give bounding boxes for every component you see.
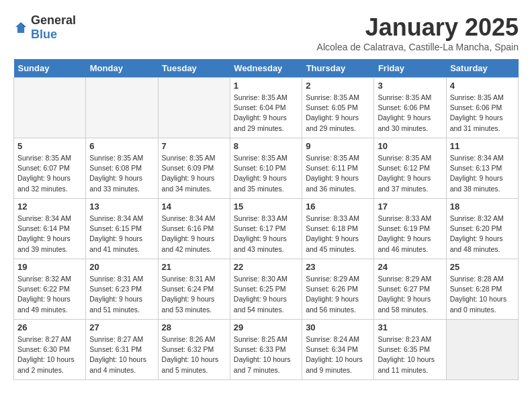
day-info: Sunrise: 8:35 AM Sunset: 6:07 PM Dayligh… — [17, 153, 82, 194]
calendar-cell: 14Sunrise: 8:34 AM Sunset: 6:16 PM Dayli… — [158, 199, 230, 259]
column-header-tuesday: Tuesday — [158, 59, 230, 78]
day-info: Sunrise: 8:35 AM Sunset: 6:06 PM Dayligh… — [378, 93, 442, 134]
column-header-friday: Friday — [374, 59, 446, 78]
day-info: Sunrise: 8:35 AM Sunset: 6:08 PM Dayligh… — [89, 153, 154, 194]
day-info: Sunrise: 8:35 AM Sunset: 6:06 PM Dayligh… — [450, 93, 515, 134]
day-number: 24 — [378, 262, 442, 272]
header: General Blue January 2025 Alcolea de Cal… — [13, 13, 519, 52]
day-info: Sunrise: 8:33 AM Sunset: 6:19 PM Dayligh… — [378, 214, 442, 255]
day-info: Sunrise: 8:29 AM Sunset: 6:27 PM Dayligh… — [378, 274, 442, 315]
day-number: 14 — [162, 201, 226, 212]
day-number: 15 — [234, 201, 298, 212]
day-number: 26 — [17, 322, 82, 332]
day-number: 20 — [89, 262, 154, 272]
day-info: Sunrise: 8:26 AM Sunset: 6:32 PM Dayligh… — [162, 334, 226, 375]
svg-marker-0 — [15, 22, 26, 33]
title-area: January 2025 Alcolea de Calatrava, Casti… — [317, 13, 519, 52]
calendar-cell: 28Sunrise: 8:26 AM Sunset: 6:32 PM Dayli… — [158, 320, 230, 380]
day-info: Sunrise: 8:30 AM Sunset: 6:25 PM Dayligh… — [234, 274, 298, 315]
calendar-cell: 7Sunrise: 8:35 AM Sunset: 6:09 PM Daylig… — [158, 138, 230, 199]
day-number: 2 — [306, 81, 370, 91]
day-info: Sunrise: 8:31 AM Sunset: 6:23 PM Dayligh… — [89, 274, 154, 315]
page-title: January 2025 — [317, 13, 519, 42]
calendar-cell: 16Sunrise: 8:33 AM Sunset: 6:18 PM Dayli… — [302, 199, 374, 259]
logo-general: General — [31, 13, 76, 27]
day-info: Sunrise: 8:28 AM Sunset: 6:28 PM Dayligh… — [450, 274, 515, 315]
calendar-cell: 11Sunrise: 8:34 AM Sunset: 6:13 PM Dayli… — [446, 138, 518, 199]
day-number: 31 — [378, 322, 442, 332]
day-info: Sunrise: 8:34 AM Sunset: 6:16 PM Dayligh… — [162, 214, 226, 255]
day-number: 21 — [162, 262, 226, 272]
calendar-cell: 13Sunrise: 8:34 AM Sunset: 6:15 PM Dayli… — [86, 199, 158, 259]
day-info: Sunrise: 8:35 AM Sunset: 6:10 PM Dayligh… — [234, 153, 298, 194]
day-number: 3 — [378, 81, 442, 91]
column-header-monday: Monday — [86, 59, 158, 78]
calendar-cell: 18Sunrise: 8:32 AM Sunset: 6:20 PM Dayli… — [446, 199, 518, 259]
day-number: 19 — [17, 262, 82, 272]
day-number: 28 — [162, 322, 226, 332]
calendar-cell: 30Sunrise: 8:24 AM Sunset: 6:34 PM Dayli… — [302, 320, 374, 380]
calendar-cell: 4Sunrise: 8:35 AM Sunset: 6:06 PM Daylig… — [446, 78, 518, 138]
week-row-1: 1Sunrise: 8:35 AM Sunset: 6:04 PM Daylig… — [14, 78, 519, 138]
day-number: 11 — [450, 141, 515, 151]
header-row: SundayMondayTuesdayWednesdayThursdayFrid… — [14, 59, 519, 78]
day-info: Sunrise: 8:29 AM Sunset: 6:26 PM Dayligh… — [306, 274, 370, 315]
day-info: Sunrise: 8:34 AM Sunset: 6:14 PM Dayligh… — [17, 214, 82, 255]
calendar-cell: 6Sunrise: 8:35 AM Sunset: 6:08 PM Daylig… — [86, 138, 158, 199]
day-number: 13 — [89, 201, 154, 212]
calendar-cell: 21Sunrise: 8:31 AM Sunset: 6:24 PM Dayli… — [158, 259, 230, 320]
week-row-5: 26Sunrise: 8:27 AM Sunset: 6:30 PM Dayli… — [14, 320, 519, 380]
calendar-cell: 1Sunrise: 8:35 AM Sunset: 6:04 PM Daylig… — [230, 78, 302, 138]
day-number: 6 — [89, 141, 154, 151]
calendar-cell: 8Sunrise: 8:35 AM Sunset: 6:10 PM Daylig… — [230, 138, 302, 199]
calendar-cell: 22Sunrise: 8:30 AM Sunset: 6:25 PM Dayli… — [230, 259, 302, 320]
calendar-cell: 3Sunrise: 8:35 AM Sunset: 6:06 PM Daylig… — [374, 78, 446, 138]
day-info: Sunrise: 8:34 AM Sunset: 6:15 PM Dayligh… — [89, 214, 154, 255]
calendar-cell: 25Sunrise: 8:28 AM Sunset: 6:28 PM Dayli… — [446, 259, 518, 320]
calendar-cell: 5Sunrise: 8:35 AM Sunset: 6:07 PM Daylig… — [14, 138, 86, 199]
page-subtitle: Alcolea de Calatrava, Castille-La Mancha… — [317, 42, 519, 52]
calendar-cell: 15Sunrise: 8:33 AM Sunset: 6:17 PM Dayli… — [230, 199, 302, 259]
logo-icon — [13, 20, 28, 35]
day-info: Sunrise: 8:27 AM Sunset: 6:31 PM Dayligh… — [89, 334, 154, 375]
day-info: Sunrise: 8:24 AM Sunset: 6:34 PM Dayligh… — [306, 334, 370, 375]
week-row-4: 19Sunrise: 8:32 AM Sunset: 6:22 PM Dayli… — [14, 259, 519, 320]
calendar-table: SundayMondayTuesdayWednesdayThursdayFrid… — [13, 59, 519, 380]
column-header-wednesday: Wednesday — [230, 59, 302, 78]
day-info: Sunrise: 8:27 AM Sunset: 6:30 PM Dayligh… — [17, 334, 82, 375]
day-info: Sunrise: 8:32 AM Sunset: 6:22 PM Dayligh… — [17, 274, 82, 315]
calendar-cell: 2Sunrise: 8:35 AM Sunset: 6:05 PM Daylig… — [302, 78, 374, 138]
calendar-cell — [158, 78, 230, 138]
calendar-cell: 26Sunrise: 8:27 AM Sunset: 6:30 PM Dayli… — [14, 320, 86, 380]
calendar-cell — [86, 78, 158, 138]
calendar-cell: 20Sunrise: 8:31 AM Sunset: 6:23 PM Dayli… — [86, 259, 158, 320]
day-number: 16 — [306, 201, 370, 212]
calendar-cell: 27Sunrise: 8:27 AM Sunset: 6:31 PM Dayli… — [86, 320, 158, 380]
day-number: 29 — [234, 322, 298, 332]
day-info: Sunrise: 8:35 AM Sunset: 6:11 PM Dayligh… — [306, 153, 370, 194]
calendar-cell — [14, 78, 86, 138]
calendar-cell: 10Sunrise: 8:35 AM Sunset: 6:12 PM Dayli… — [374, 138, 446, 199]
day-info: Sunrise: 8:31 AM Sunset: 6:24 PM Dayligh… — [162, 274, 226, 315]
day-number: 30 — [306, 322, 370, 332]
day-number: 8 — [234, 141, 298, 151]
calendar-cell: 29Sunrise: 8:25 AM Sunset: 6:33 PM Dayli… — [230, 320, 302, 380]
day-number: 1 — [234, 81, 298, 91]
column-header-saturday: Saturday — [446, 59, 518, 78]
day-info: Sunrise: 8:34 AM Sunset: 6:13 PM Dayligh… — [450, 153, 515, 194]
day-info: Sunrise: 8:35 AM Sunset: 6:09 PM Dayligh… — [162, 153, 226, 194]
calendar-cell: 24Sunrise: 8:29 AM Sunset: 6:27 PM Dayli… — [374, 259, 446, 320]
day-number: 12 — [17, 201, 82, 212]
calendar-cell: 9Sunrise: 8:35 AM Sunset: 6:11 PM Daylig… — [302, 138, 374, 199]
day-number: 25 — [450, 262, 515, 272]
column-header-thursday: Thursday — [302, 59, 374, 78]
day-number: 7 — [162, 141, 226, 151]
day-number: 27 — [89, 322, 154, 332]
day-number: 22 — [234, 262, 298, 272]
day-number: 18 — [450, 201, 515, 212]
day-info: Sunrise: 8:23 AM Sunset: 6:35 PM Dayligh… — [378, 334, 442, 375]
week-row-3: 12Sunrise: 8:34 AM Sunset: 6:14 PM Dayli… — [14, 199, 519, 259]
calendar-cell: 12Sunrise: 8:34 AM Sunset: 6:14 PM Dayli… — [14, 199, 86, 259]
calendar-cell: 31Sunrise: 8:23 AM Sunset: 6:35 PM Dayli… — [374, 320, 446, 380]
day-number: 10 — [378, 141, 442, 151]
